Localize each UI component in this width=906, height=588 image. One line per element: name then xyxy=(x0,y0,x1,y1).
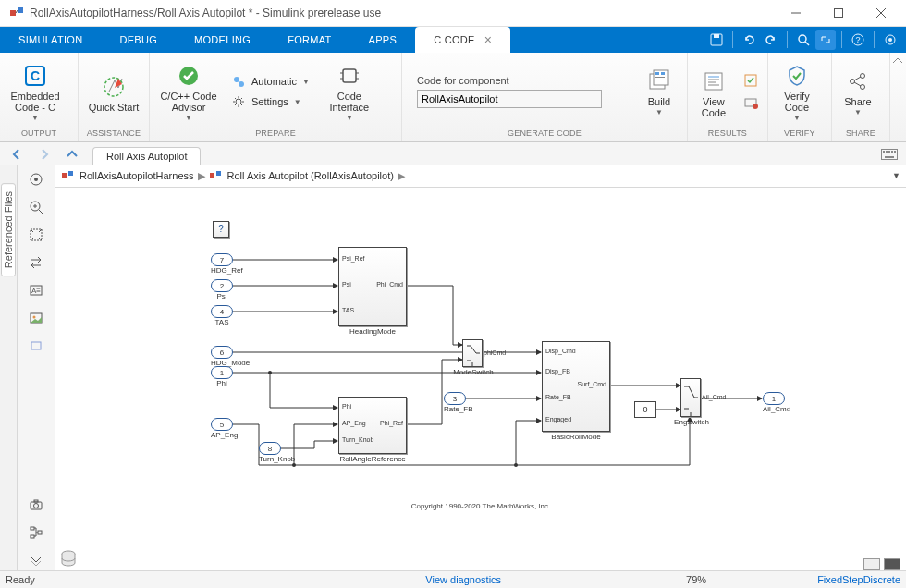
inport-tas[interactable]: 4TAS xyxy=(211,305,233,318)
subsys-heading-mode[interactable]: Psi_Ref Psi TAS Phi_Cmd HeadingMode xyxy=(338,247,407,326)
palette-fit-icon[interactable] xyxy=(23,224,49,246)
palette-image-icon[interactable] xyxy=(23,307,49,329)
copyright-text: Copyright 1990-2020 The MathWorks, Inc. xyxy=(55,502,906,510)
status-solver[interactable]: FixedStepDiscrete xyxy=(817,574,900,585)
collapse-ribbon-icon[interactable] xyxy=(889,53,906,141)
keyboard-icon[interactable] xyxy=(876,143,902,165)
svg-point-53 xyxy=(34,178,38,181)
model-tab[interactable]: Roll Axis Autopilot xyxy=(92,147,201,165)
expand-icon[interactable] xyxy=(815,30,836,50)
nav-back-button[interactable] xyxy=(4,143,30,165)
status-zoom[interactable]: 79% xyxy=(686,574,706,585)
palette-camera-icon[interactable] xyxy=(23,494,49,516)
subsys-eng-switch[interactable]: Ail_Cmd EngSwitch xyxy=(680,378,701,417)
status-ready: Ready xyxy=(6,574,35,585)
canvas-view-toggles[interactable] xyxy=(863,558,900,570)
palette-more-icon[interactable] xyxy=(23,549,49,571)
inport-ap-eng[interactable]: 5AP_Eng xyxy=(211,418,233,431)
minimize-button[interactable] xyxy=(775,0,817,26)
tab-modeling[interactable]: MODELING xyxy=(176,27,269,53)
referenced-files-tab[interactable]: Referenced Files xyxy=(0,165,18,571)
inport-rate-fb[interactable]: 3Rate_FB xyxy=(444,392,466,405)
help-icon[interactable]: ? xyxy=(848,30,868,50)
status-diagnostics[interactable]: View diagnostics xyxy=(425,574,501,585)
inport-hdg-ref[interactable]: 7HDG_Ref xyxy=(211,253,233,266)
subsys-roll-angle-ref[interactable]: Phi AP_Eng Turn_Knob Phi_Ref RollAngleRe… xyxy=(338,397,407,454)
svg-rect-47 xyxy=(886,151,888,153)
svg-rect-0 xyxy=(10,10,16,16)
view-code-button[interactable]: View Code xyxy=(693,65,734,118)
svg-line-44 xyxy=(854,82,861,86)
svg-point-39 xyxy=(753,104,758,109)
close-tab-icon[interactable]: × xyxy=(484,32,492,47)
breadcrumb-child[interactable]: Roll Axis Autopilot (RollAxisAutopilot) xyxy=(227,170,394,181)
settings-button[interactable]: Settings ▼ xyxy=(229,93,312,110)
svg-rect-72 xyxy=(210,173,214,178)
simulink-canvas[interactable]: ? 7HDG_Ref 2Psi 4TAS 6HDG_Mode 1Phi 3Rat… xyxy=(55,188,906,571)
svg-point-20 xyxy=(236,99,241,104)
constant-block[interactable]: 0 xyxy=(634,401,656,418)
svg-rect-73 xyxy=(216,171,221,176)
svg-rect-65 xyxy=(34,500,38,502)
svg-point-41 xyxy=(860,74,864,79)
palette-hierarchy-icon[interactable] xyxy=(23,521,49,544)
embedded-code-button[interactable]: C Embedded Code - C▼ xyxy=(6,59,65,124)
svg-point-19 xyxy=(239,81,244,87)
svg-text:?: ? xyxy=(855,35,860,44)
breadcrumb-root[interactable]: RollAxisAutopilotHarness xyxy=(80,170,194,181)
database-icon[interactable] xyxy=(59,549,78,568)
palette-annotation-icon[interactable]: A≡ xyxy=(23,279,49,301)
search-icon[interactable] xyxy=(793,30,814,50)
svg-rect-63 xyxy=(31,342,41,349)
inport-psi[interactable]: 2Psi xyxy=(211,279,233,292)
tab-ccode[interactable]: C CODE× xyxy=(415,27,510,53)
svg-line-9 xyxy=(805,42,809,45)
inport-turn-knob[interactable]: 8Turn_Knob xyxy=(259,442,281,455)
redo-icon[interactable] xyxy=(761,30,781,50)
code-advisor-button[interactable]: C/C++ Code Advisor▼ xyxy=(155,59,222,124)
tab-format[interactable]: FORMAT xyxy=(269,27,349,53)
palette-swap-icon[interactable] xyxy=(23,251,49,274)
svg-point-62 xyxy=(33,316,36,319)
palette-target-icon[interactable] xyxy=(23,168,49,190)
window-title: RollAxisAutopilotHarness/Roll Axis Autop… xyxy=(30,6,775,19)
quick-start-button[interactable]: Quick Start xyxy=(84,70,143,113)
svg-point-74 xyxy=(268,371,272,374)
automatic-button[interactable]: Automatic ▼ xyxy=(229,73,312,90)
subsys-basic-roll-mode[interactable]: Disp_Cmd Disp_FB Rate_FB Engaged Surf_Cm… xyxy=(542,341,610,432)
svg-rect-69 xyxy=(38,531,42,534)
palette-rect-icon[interactable] xyxy=(23,335,49,357)
breadcrumb-dropdown-icon[interactable]: ▼ xyxy=(892,171,900,180)
target-icon[interactable] xyxy=(880,30,900,50)
subsys-mode-switch[interactable]: phiCmd ModeSwitch xyxy=(462,339,483,367)
svg-point-18 xyxy=(234,77,239,82)
nav-forward-button[interactable] xyxy=(31,143,57,165)
close-button[interactable] xyxy=(860,0,902,26)
outport-ail-cmd[interactable]: 1Ail_Cmd xyxy=(763,392,785,405)
tab-simulation[interactable]: SIMULATION xyxy=(0,27,101,53)
help-block[interactable]: ? xyxy=(213,221,229,238)
svg-point-66 xyxy=(34,504,39,508)
share-button[interactable]: Share▼ xyxy=(838,65,878,118)
code-component-input[interactable] xyxy=(417,90,602,108)
save-icon[interactable] xyxy=(706,30,727,50)
svg-rect-49 xyxy=(891,151,893,153)
build-button[interactable]: Build▼ xyxy=(637,65,681,118)
inport-phi[interactable]: 1Phi xyxy=(211,366,233,379)
tab-debug[interactable]: DEBUG xyxy=(101,27,176,53)
nav-up-button[interactable] xyxy=(59,143,85,165)
inport-hdg-mode[interactable]: 6HDG_Mode xyxy=(211,346,233,359)
tab-apps[interactable]: APPS xyxy=(350,27,416,53)
results-opt2-icon[interactable] xyxy=(741,94,760,111)
verify-code-button[interactable]: Verify Code▼ xyxy=(774,59,820,124)
maximize-button[interactable] xyxy=(817,0,860,26)
svg-rect-48 xyxy=(888,151,890,153)
code-interface-button[interactable]: Code Interface▼ xyxy=(319,59,380,124)
palette-zoom-icon[interactable] xyxy=(23,196,49,218)
svg-rect-67 xyxy=(31,527,34,530)
svg-point-42 xyxy=(860,85,864,90)
svg-rect-28 xyxy=(655,72,659,75)
svg-point-40 xyxy=(850,80,854,84)
results-opt1-icon[interactable] xyxy=(741,72,760,89)
undo-icon[interactable] xyxy=(739,30,759,50)
